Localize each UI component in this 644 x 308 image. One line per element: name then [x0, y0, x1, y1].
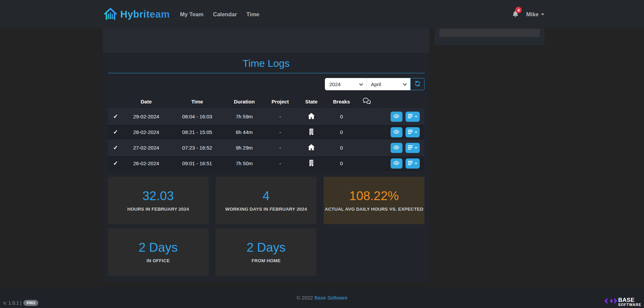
brand[interactable]: Hybriteam — [103, 7, 170, 22]
actions-cell — [376, 140, 424, 156]
stat-label: FROM HOME — [252, 258, 281, 263]
building-icon — [309, 130, 314, 136]
view-button[interactable] — [391, 158, 402, 169]
project-cell: - — [263, 140, 297, 156]
copyright-text: © 2022 — [296, 295, 313, 301]
base-logo-line2: SOFTWARE — [618, 303, 641, 307]
notification-count-badge: 4 — [515, 7, 522, 13]
stat-value: 32.03 — [143, 189, 174, 203]
project-cell: - — [263, 156, 297, 171]
time-log-row: ✓ 27-02-2024 07:23 - 16:52 9h 29m - 0 — [108, 140, 424, 156]
day-cards: 2 Days IN OFFICE 2 Days FROM HOME — [108, 228, 424, 287]
comments-cell — [357, 140, 376, 156]
state-cell — [297, 124, 326, 140]
comments-cell — [357, 124, 376, 140]
actions-cell — [376, 124, 424, 140]
approved-check-icon: ✓ — [108, 124, 123, 140]
state-cell — [297, 156, 326, 171]
stat-value: 4 — [263, 189, 270, 203]
hybriteam-logo-icon — [103, 7, 118, 22]
caret-down-icon — [415, 147, 417, 149]
eye-icon — [393, 161, 399, 166]
actions-menu-button[interactable] — [406, 158, 420, 169]
base-software-logo: BASE SOFTWARE — [604, 297, 641, 307]
month-select[interactable]: April — [367, 78, 410, 90]
menu-bars-icon — [408, 145, 413, 151]
header-comments — [357, 96, 376, 109]
refresh-button[interactable] — [410, 78, 424, 90]
nav-item-calendar[interactable]: Calendar — [213, 11, 237, 18]
stat-label: WORKING DAYS IN FEBRUARY 2024 — [225, 207, 307, 212]
comments-cell — [357, 156, 376, 171]
stat-value: 2 Days — [247, 240, 286, 255]
time-cell: 08:21 - 15:05 — [169, 124, 225, 140]
project-cell: - — [263, 124, 297, 140]
home-icon — [308, 146, 315, 151]
copyright: © 2022 Base Software — [0, 295, 644, 301]
duration-cell: 9h 29m — [225, 140, 263, 156]
header-time: Time — [169, 96, 225, 109]
version-text: v: 1.0.1 | — [3, 300, 21, 306]
duration-cell: 7h 50m — [225, 156, 263, 171]
time-logs-table: Date Time Duration Project State Breaks — [108, 96, 424, 171]
stat-value: 2 Days — [139, 240, 178, 255]
breaks-cell: 0 — [326, 124, 357, 140]
bell-icon — [512, 13, 519, 18]
user-menu[interactable]: Mike — [526, 11, 544, 18]
date-cell: 26-02-2024 — [123, 156, 169, 171]
header-date: Date — [123, 96, 169, 109]
date-cell: 29-02-2024 — [123, 109, 169, 124]
actions-menu-button[interactable] — [406, 127, 420, 137]
time-cell: 07:23 - 16:52 — [169, 140, 225, 156]
summary-cards: 32.03 HOURS IN FEBRUARY 2024 4 WORKING D… — [108, 177, 424, 224]
page-title: Time Logs — [108, 58, 424, 73]
stat-value: 108.22% — [349, 189, 399, 203]
time-logs-body: ✓ 29-02-2024 08:04 - 16:03 7h 59m - 0 — [108, 109, 424, 171]
view-button[interactable] — [391, 143, 402, 153]
main-container: Time Logs 2024 April — [103, 28, 429, 282]
time-cell: 08:04 - 16:03 — [169, 109, 225, 124]
time-log-row: ✓ 26-02-2024 09:01 - 16:51 7h 50m - 0 — [108, 156, 424, 171]
header-duration: Duration — [225, 96, 263, 109]
nav-links: My Team Calendar Time — [180, 11, 259, 18]
refresh-icon — [414, 80, 421, 88]
caret-down-icon — [415, 132, 417, 133]
right-side-panel — [435, 28, 544, 45]
nav-item-time[interactable]: Time — [246, 11, 259, 18]
view-button[interactable] — [391, 127, 402, 137]
menu-bars-icon — [408, 114, 413, 119]
notifications-button[interactable]: 4 — [512, 10, 519, 19]
base-software-link[interactable]: Base Software — [314, 295, 348, 301]
base-gem-icon — [604, 297, 617, 306]
table-header-row: Date Time Duration Project State Breaks — [108, 96, 424, 109]
time-log-row: ✓ 29-02-2024 08:04 - 16:03 7h 59m - 0 — [108, 109, 424, 124]
brand-name: Hybriteam — [120, 9, 170, 20]
duration-cell: 7h 59m — [225, 109, 263, 124]
stat-label: IN OFFICE — [147, 258, 170, 263]
date-cell: 28-02-2024 — [123, 124, 169, 140]
stat-card: 2 Days FROM HOME — [216, 228, 317, 276]
header-approved — [108, 96, 123, 109]
header-project: Project — [263, 96, 297, 109]
year-select[interactable]: 2024 — [325, 78, 367, 90]
stat-card: 2 Days IN OFFICE — [108, 228, 209, 276]
actions-cell — [376, 156, 424, 171]
time-logs-panel: Time Logs 2024 April — [103, 58, 429, 287]
building-icon — [309, 161, 314, 167]
actions-cell — [376, 109, 424, 124]
view-button[interactable] — [391, 112, 402, 122]
actions-menu-button[interactable] — [406, 112, 420, 122]
duration-cell: 6h 44m — [225, 124, 263, 140]
actions-menu-button[interactable] — [406, 143, 420, 153]
comments-cell — [357, 109, 376, 124]
header-actions — [376, 96, 424, 109]
menu-bars-icon — [408, 161, 413, 166]
nav-item-my-team[interactable]: My Team — [180, 11, 203, 18]
date-cell: 27-02-2024 — [123, 140, 169, 156]
base-logo-line1: BASE — [618, 297, 641, 303]
state-cell — [297, 109, 326, 124]
approved-check-icon: ✓ — [108, 109, 123, 124]
stat-card: 32.03 HOURS IN FEBRUARY 2024 — [108, 177, 209, 224]
side-panel-card-edge — [439, 29, 540, 37]
stat-label: ACTUAL AVG DAILY HOURS VS. EXPECTED — [325, 207, 423, 212]
